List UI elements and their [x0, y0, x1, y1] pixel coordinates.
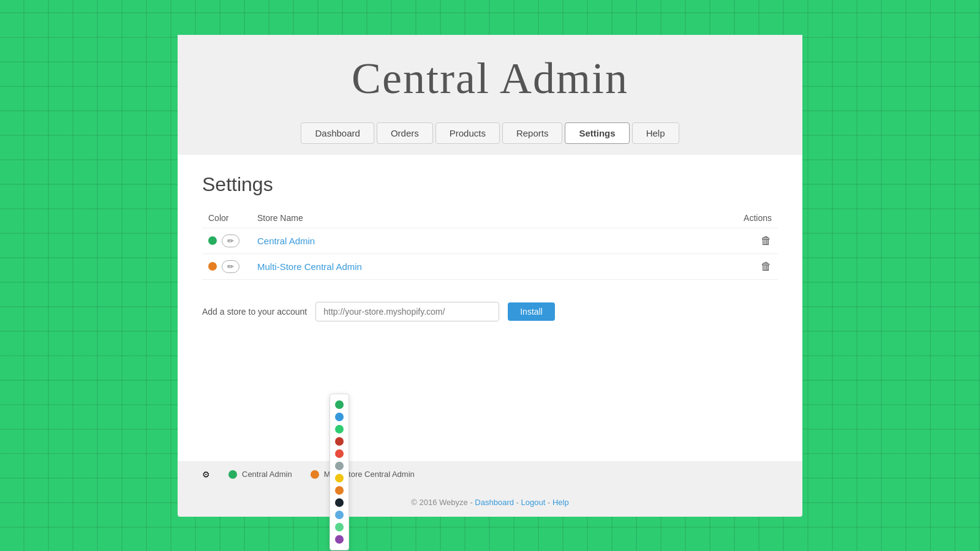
color-dot-2 — [208, 262, 217, 271]
table-row: ✏ Central Admin 🗑 — [202, 228, 778, 253]
add-store-row: Add a store to your account Install — [202, 292, 778, 331]
picker-color-darkblue[interactable] — [335, 498, 344, 507]
nav-reports[interactable]: Reports — [502, 122, 563, 144]
actions-cell-2: 🗑 — [643, 253, 778, 279]
legend-item-1: Central Admin — [228, 470, 292, 479]
nav-bar: Dashboard Orders Products Reports Settin… — [178, 116, 802, 155]
main-window: Central Admin Dashboard Orders Products … — [178, 35, 802, 517]
color-cell-2: ✏ — [202, 253, 251, 279]
content-area: Settings Color Store Name Actions ✏ — [178, 155, 802, 461]
footer-link-logout[interactable]: Logout — [521, 498, 546, 507]
delete-btn-2[interactable]: 🗑 — [761, 260, 772, 273]
actions-cell-1: 🗑 — [643, 228, 778, 253]
picker-color-darkred[interactable] — [335, 437, 344, 446]
gear-icon: ⚙ — [202, 470, 210, 479]
col-header-store-name: Store Name — [251, 208, 643, 228]
nav-orders[interactable]: Orders — [377, 122, 433, 144]
legend-item-2: Multi-Store Central Admin — [311, 470, 415, 479]
color-cell-1: ✏ — [202, 228, 251, 253]
col-header-actions: Actions — [643, 208, 778, 228]
store-link-1[interactable]: Central Admin — [257, 236, 315, 246]
picker-color-purple[interactable] — [335, 535, 344, 544]
trash-icon-1: 🗑 — [761, 234, 772, 247]
store-name-cell-1: Central Admin — [251, 228, 643, 253]
app-title: Central Admin — [190, 53, 790, 104]
picker-color-green[interactable] — [335, 400, 344, 409]
edit-color-btn-1[interactable]: ✏ — [222, 234, 239, 247]
settings-title: Settings — [202, 173, 778, 196]
pencil-icon-1: ✏ — [227, 236, 234, 246]
footer-bar: ⚙ Central Admin Multi-Store Central Admi… — [178, 461, 802, 488]
settings-table: Color Store Name Actions ✏ — [202, 208, 778, 280]
table-row: ✏ Multi-Store Central Admin 🗑 — [202, 253, 778, 279]
picker-color-lightblue[interactable] — [335, 511, 344, 519]
picker-color-red[interactable] — [335, 449, 344, 458]
picker-color-lightgreen[interactable] — [335, 425, 344, 433]
trash-icon-2: 🗑 — [761, 260, 772, 272]
pencil-icon-2: ✏ — [227, 262, 234, 271]
col-header-color: Color — [202, 208, 251, 228]
legend-label-1: Central Admin — [242, 470, 292, 479]
picker-color-yellow[interactable] — [335, 474, 344, 482]
store-link-2[interactable]: Multi-Store Central Admin — [257, 261, 362, 272]
picker-color-gray[interactable] — [335, 462, 344, 470]
picker-color-orange[interactable] — [335, 486, 344, 495]
nav-settings[interactable]: Settings — [565, 122, 629, 144]
footer-link-help[interactable]: Help — [552, 498, 569, 507]
legend-dot-1 — [228, 470, 237, 479]
delete-btn-1[interactable]: 🗑 — [761, 234, 772, 247]
footer-link-dashboard[interactable]: Dashboard — [475, 498, 514, 507]
header: Central Admin — [178, 35, 802, 116]
nav-help[interactable]: Help — [632, 122, 679, 144]
legend-dot-2 — [311, 470, 319, 479]
store-name-cell-2: Multi-Store Central Admin — [251, 253, 643, 279]
nav-dashboard[interactable]: Dashboard — [301, 122, 374, 144]
footer-sep-2: - — [548, 498, 552, 507]
color-dot-1 — [208, 236, 217, 245]
install-button[interactable]: Install — [508, 302, 555, 321]
picker-color-mint[interactable] — [335, 523, 344, 531]
add-store-label: Add a store to your account — [202, 307, 307, 317]
edit-color-btn-2[interactable]: ✏ — [222, 260, 239, 273]
color-picker-dropdown — [330, 394, 349, 550]
copyright-text: © 2016 Webyze - — [411, 498, 475, 507]
nav-products[interactable]: Products — [435, 122, 500, 144]
footer-links: © 2016 Webyze - Dashboard - Logout - Hel… — [178, 488, 802, 517]
picker-color-blue[interactable] — [335, 413, 344, 421]
add-store-input[interactable] — [315, 302, 499, 321]
footer-sep-1: - — [516, 498, 521, 507]
